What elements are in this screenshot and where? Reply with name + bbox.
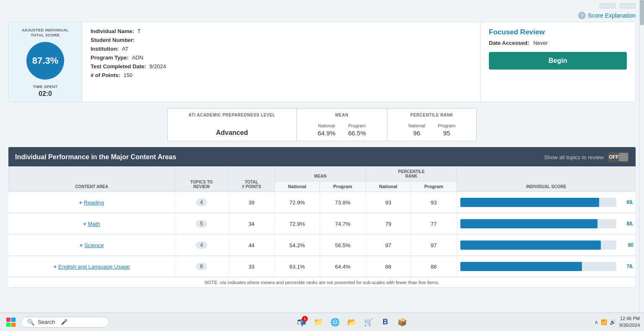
taskbar-right: ∧ 📶 🔊 12:46 PM 9/30/2024 bbox=[595, 315, 644, 328]
cell-percentile-national: 88 bbox=[366, 256, 411, 277]
col-topics-to-review: Topics toReview bbox=[175, 167, 228, 192]
content-area-link[interactable]: Science bbox=[84, 242, 104, 248]
table-row: +English and Language Usage63363.1%64.4%… bbox=[9, 256, 636, 277]
col-percentile-program: Program bbox=[410, 181, 457, 192]
taskbar-search-mic: 🎤 bbox=[61, 319, 68, 325]
cell-mean-national: 72.9% bbox=[275, 192, 319, 213]
bar-cell: 90 bbox=[459, 237, 634, 253]
cell-individual-score: 89. bbox=[457, 192, 636, 213]
cell-topics: 6 bbox=[175, 256, 228, 277]
cell-topics: 4 bbox=[175, 192, 228, 213]
perf-table-container: Individual Performance in the Major Cont… bbox=[8, 147, 636, 288]
taskbar-app-b[interactable]: B bbox=[378, 315, 393, 330]
bar-cell: 89. bbox=[459, 194, 634, 210]
taskbar-app-dropbox[interactable]: 📦 bbox=[395, 315, 410, 330]
cell-content-area: +English and Language Usage bbox=[9, 256, 175, 277]
topics-badge: 5 bbox=[196, 220, 207, 228]
perf-table-title: Individual Performance in the Major Cont… bbox=[15, 153, 176, 161]
topics-badge: 6 bbox=[196, 263, 207, 270]
help-icon: ? bbox=[578, 12, 586, 19]
content-area-link[interactable]: English and Language Usage bbox=[58, 264, 130, 270]
taskbar-search-icon: 🔍 bbox=[27, 319, 34, 326]
mean-national-value: 64.9% bbox=[318, 129, 336, 137]
cell-total-points: 39 bbox=[228, 192, 275, 213]
bar-cell: 88. bbox=[459, 216, 634, 232]
toggle-label: Show all topics to review bbox=[544, 154, 604, 160]
clock-time: 12:46 PM bbox=[619, 315, 640, 322]
cell-content-area: +Reading bbox=[9, 192, 175, 213]
col-percentile-national: National bbox=[366, 181, 411, 192]
cell-individual-score: 78. bbox=[457, 256, 636, 277]
toggle-row: Show all topics to review OFF bbox=[544, 152, 629, 162]
begin-button[interactable]: Begin bbox=[489, 52, 627, 70]
cell-mean-national: 54.2% bbox=[275, 235, 319, 256]
scrollbar-thumb[interactable] bbox=[640, 0, 644, 25]
bar-value: 90 bbox=[619, 242, 634, 248]
expand-icon[interactable]: + bbox=[83, 221, 86, 227]
taskbar-app-amazon[interactable]: 🛒 bbox=[361, 315, 376, 330]
preparedness-block: ATI ACADEMIC PREPAREDNESS LEVEL Advanced bbox=[167, 108, 297, 141]
expand-icon[interactable]: + bbox=[53, 264, 57, 270]
col-mean-program: Program bbox=[319, 181, 366, 192]
percentile-program-label: Program bbox=[438, 123, 455, 128]
topics-badge: 4 bbox=[196, 241, 207, 249]
program-type-label: Program Type: bbox=[91, 54, 129, 61]
preparedness-value: Advanced bbox=[189, 123, 275, 137]
col-mean-national: National bbox=[275, 181, 319, 192]
table-row: +Math53472.9%74.7%7977 88. bbox=[9, 213, 636, 235]
time-label: TIME SPENT bbox=[33, 85, 57, 89]
cell-percentile-program: 86 bbox=[410, 256, 457, 277]
test-completed-label: Test Completed Date: bbox=[91, 63, 146, 70]
time-value: 02:0 bbox=[39, 90, 52, 98]
cell-content-area: +Math bbox=[9, 213, 175, 235]
browser-icon: 🌐 bbox=[330, 318, 340, 327]
performance-table: Content Area Topics toReview Total# Poin… bbox=[8, 166, 636, 288]
percentile-national-label: National bbox=[408, 123, 425, 128]
points-row: # of Points: 150 bbox=[91, 72, 472, 78]
cell-topics: 4 bbox=[175, 235, 228, 256]
bar-fill bbox=[460, 262, 582, 271]
taskbar-center: 📬 1 📁 🌐 📂 🛒 B 📦 bbox=[294, 315, 410, 330]
col-mean-group: MEAN bbox=[275, 167, 366, 181]
content-area-link[interactable]: Reading bbox=[84, 199, 104, 206]
col-total-points: Total# Points bbox=[228, 167, 275, 192]
cell-individual-score: 88. bbox=[457, 213, 636, 235]
individual-name-label: Individual Name: bbox=[91, 28, 134, 34]
cell-mean-program: 73.8% bbox=[319, 192, 366, 213]
content-area-link[interactable]: Math bbox=[88, 221, 100, 227]
program-type-value: ADN bbox=[132, 54, 143, 61]
files-icon: 📁 bbox=[314, 318, 323, 327]
percentile-header: PERCENTILE RANK bbox=[408, 113, 456, 117]
date-accessed-row: Date Accessed: Never bbox=[489, 40, 627, 46]
institution-row: Institution: AT bbox=[91, 46, 472, 52]
taskbar-app-browser[interactable]: 🌐 bbox=[327, 315, 343, 330]
institution-label: Institution: bbox=[91, 46, 119, 52]
institution-value: AT bbox=[122, 46, 129, 52]
toggle-switch[interactable]: OFF bbox=[608, 152, 629, 162]
cell-content-area: +Science bbox=[9, 235, 175, 256]
score-value: 87.3% bbox=[32, 55, 58, 66]
expand-icon[interactable]: + bbox=[80, 242, 83, 248]
taskbar-search-text: Search bbox=[38, 319, 55, 325]
chevron-up-icon[interactable]: ∧ bbox=[595, 319, 598, 325]
mean-program: Program 66.5% bbox=[348, 123, 366, 137]
top-button-2[interactable] bbox=[620, 3, 636, 8]
system-clock: 12:46 PM 9/30/2024 bbox=[619, 315, 640, 328]
taskbar-app-explorer[interactable]: 📂 bbox=[344, 315, 359, 330]
taskbar-app-outlook[interactable]: 📬 1 bbox=[294, 315, 309, 330]
col-individual-score: Individual Score bbox=[457, 167, 636, 192]
cell-total-points: 33 bbox=[228, 256, 275, 277]
percentile-national-value: 96 bbox=[408, 129, 425, 137]
cell-percentile-program: 77 bbox=[410, 213, 457, 235]
top-button-1[interactable] bbox=[600, 3, 615, 8]
taskbar-search-box[interactable]: 🔍 Search 🎤 bbox=[21, 317, 109, 328]
expand-icon[interactable]: + bbox=[79, 199, 82, 206]
individual-name-value: T bbox=[138, 28, 141, 34]
taskbar-app-files[interactable]: 📁 bbox=[311, 315, 326, 330]
mean-header: MEAN bbox=[318, 113, 366, 117]
score-explanation-link[interactable]: ? Score Explanation bbox=[578, 12, 636, 19]
scrollbar-track[interactable] bbox=[639, 0, 644, 331]
windows-start-button[interactable] bbox=[3, 315, 18, 330]
student-number-label: Student Number: bbox=[91, 37, 135, 43]
network-icon: 📶 bbox=[601, 319, 607, 325]
